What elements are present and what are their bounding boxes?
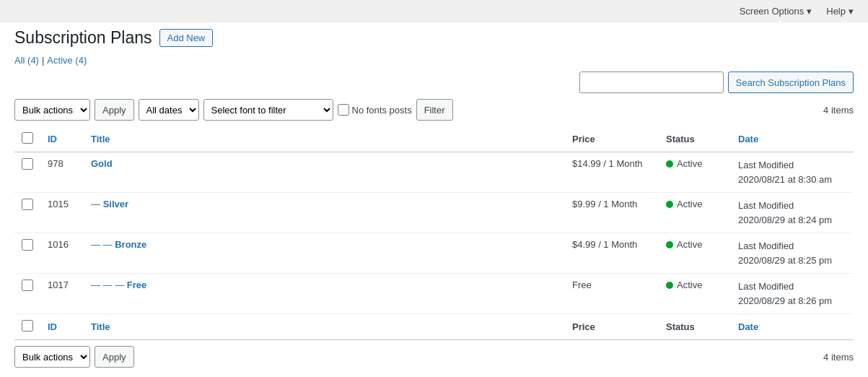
search-button[interactable]: Search Subscription Plans — [728, 72, 854, 93]
row-title-link[interactable]: Silver — [103, 199, 128, 209]
table-row: 978 Gold $14.99 / 1 Month Active Last Mo… — [14, 152, 854, 193]
row-date: Last Modified 2020/08/21 at 8:30 am — [731, 152, 854, 193]
add-new-button[interactable]: Add New — [159, 29, 214, 47]
row-price: $4.99 / 1 Month — [565, 233, 659, 274]
table-row: 1015 — Silver $9.99 / 1 Month Active Las… — [14, 193, 854, 233]
row-title: — — Bronze — [84, 233, 565, 274]
row-title-link[interactable]: Gold — [91, 158, 113, 169]
select-all-checkbox[interactable] — [22, 132, 33, 144]
active-status-icon — [666, 241, 673, 248]
items-count-top: 4 items — [823, 105, 854, 116]
price-column-header: Price — [565, 126, 659, 152]
row-checkbox[interactable] — [22, 280, 33, 291]
row-checkbox-cell[interactable] — [14, 193, 40, 233]
filter-button[interactable]: Filter — [416, 99, 453, 121]
table-row: 1016 — — Bronze $4.99 / 1 Month Active L… — [14, 233, 854, 274]
row-title: — — — Free — [84, 274, 565, 314]
price-footer-header: Price — [565, 314, 659, 340]
subsubsub-nav: All (4) | Active (4) — [14, 55, 854, 66]
row-price: $9.99 / 1 Month — [565, 193, 659, 233]
separator: | — [42, 55, 44, 66]
apply-button-top[interactable]: Apply — [95, 99, 134, 121]
row-indent: — — — — [91, 280, 127, 290]
row-indent: — — [91, 199, 103, 209]
status-label: Active — [677, 199, 702, 209]
search-input[interactable] — [579, 72, 724, 93]
date-label: Last Modified — [738, 280, 846, 294]
date-label: Last Modified — [738, 158, 846, 173]
row-checkbox[interactable] — [22, 199, 33, 210]
row-id: 978 — [40, 152, 84, 193]
row-checkbox-cell[interactable] — [14, 274, 40, 314]
row-checkbox-cell[interactable] — [14, 233, 40, 274]
row-title: Gold — [84, 152, 565, 193]
subscription-plans-table: ID Title Price Status Date 978 Gold $14.… — [14, 126, 854, 340]
status-footer-header: Status — [659, 314, 731, 340]
chevron-down-icon: ▾ — [849, 6, 854, 17]
select-all-header[interactable] — [14, 126, 40, 152]
table-footer-row: ID Title Price Status Date — [14, 314, 854, 340]
tablenav-bottom: Bulk actions Apply 4 items — [14, 346, 854, 368]
page-title: Subscription Plans — [14, 28, 152, 48]
row-price: Free — [565, 274, 659, 314]
row-checkbox[interactable] — [22, 239, 33, 251]
row-id: 1017 — [40, 274, 84, 314]
date-column-header[interactable]: Date — [731, 126, 854, 152]
row-price: $14.99 / 1 Month — [565, 152, 659, 193]
row-status: Active — [659, 274, 731, 314]
status-label: Active — [677, 239, 702, 250]
active-status-icon — [666, 160, 673, 168]
date-footer-header[interactable]: Date — [731, 314, 854, 340]
help-button[interactable]: Help ▾ — [819, 3, 861, 20]
page-header: Subscription Plans Add New — [14, 28, 854, 48]
row-title: — Silver — [84, 193, 565, 233]
row-status: Active — [659, 233, 731, 274]
date-value: 2020/08/29 at 8:26 pm — [738, 294, 846, 308]
title-footer-header[interactable]: Title — [84, 314, 565, 340]
screen-options-button[interactable]: Screen Options ▾ — [732, 3, 820, 20]
row-title-link[interactable]: Free — [127, 280, 146, 290]
row-checkbox[interactable] — [22, 158, 33, 170]
help-label: Help — [826, 6, 846, 17]
id-column-header[interactable]: ID — [40, 126, 84, 152]
row-indent: — — — [91, 239, 115, 250]
items-count-bottom: 4 items — [823, 352, 854, 363]
no-fonts-label[interactable]: No fonts posts — [338, 104, 412, 116]
apply-button-bottom[interactable]: Apply — [95, 346, 134, 368]
row-id: 1016 — [40, 233, 84, 274]
table-row: 1017 — — — Free Free Active Last Modifie… — [14, 274, 854, 314]
row-id: 1015 — [40, 193, 84, 233]
bulk-actions-select-bottom[interactable]: Bulk actions — [14, 346, 90, 368]
all-filter-link[interactable]: All (4) — [14, 55, 39, 66]
row-status: Active — [659, 152, 731, 193]
font-filter-select[interactable]: Select font to filter — [203, 99, 333, 121]
row-date: Last Modified 2020/08/29 at 8:26 pm — [731, 274, 854, 314]
row-date: Last Modified 2020/08/29 at 8:24 pm — [731, 193, 854, 233]
table-body: 978 Gold $14.99 / 1 Month Active Last Mo… — [14, 152, 854, 314]
select-all-footer-checkbox[interactable] — [22, 320, 33, 332]
date-value: 2020/08/21 at 8:30 am — [738, 173, 846, 187]
no-fonts-checkbox[interactable] — [338, 104, 349, 116]
tablenav-top: Bulk actions Apply All dates Select font… — [14, 99, 854, 121]
active-filter-link[interactable]: Active (4) — [47, 55, 87, 66]
top-bar: Screen Options ▾ Help ▾ — [0, 0, 868, 22]
date-filter-select[interactable]: All dates — [139, 99, 199, 121]
table-header-row: ID Title Price Status Date — [14, 126, 854, 152]
date-label: Last Modified — [738, 239, 846, 254]
no-fonts-text: No fonts posts — [352, 105, 412, 116]
status-label: Active — [677, 158, 702, 169]
title-column-header[interactable]: Title — [84, 126, 565, 152]
chevron-down-icon: ▾ — [807, 6, 812, 17]
id-footer-header[interactable]: ID — [40, 314, 84, 340]
bulk-actions-select-top[interactable]: Bulk actions — [14, 99, 90, 121]
row-status: Active — [659, 193, 731, 233]
row-title-link[interactable]: Bronze — [115, 239, 146, 250]
select-all-footer[interactable] — [14, 314, 40, 340]
row-checkbox-cell[interactable] — [14, 152, 40, 193]
active-status-icon — [666, 282, 673, 289]
active-status-icon — [666, 201, 673, 208]
date-label: Last Modified — [738, 199, 846, 213]
status-column-header: Status — [659, 126, 731, 152]
status-label: Active — [677, 280, 702, 290]
search-box-area: Search Subscription Plans — [14, 72, 854, 93]
